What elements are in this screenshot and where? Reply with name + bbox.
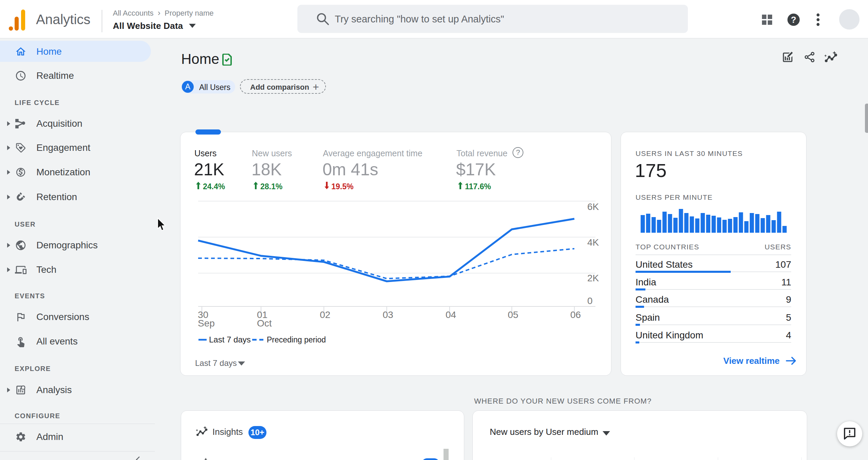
svg-text:02: 02 [320, 309, 330, 320]
svg-text:4K: 4K [587, 237, 599, 248]
svg-text:Last 7 days: Last 7 days [209, 335, 251, 344]
svg-text:11: 11 [781, 277, 791, 287]
svg-text:4: 4 [786, 330, 791, 340]
svg-text:Oct: Oct [257, 318, 272, 329]
svg-text:9: 9 [786, 294, 791, 305]
svg-text:06: 06 [570, 309, 581, 320]
svg-text:107: 107 [775, 259, 791, 270]
svg-text:05: 05 [508, 309, 518, 320]
svg-text:2K: 2K [587, 273, 599, 283]
svg-text:View realtime: View realtime [723, 356, 780, 366]
svg-text:Sep: Sep [198, 318, 215, 329]
svg-text:Spain: Spain [636, 312, 660, 323]
svg-text:04: 04 [446, 309, 456, 320]
svg-text:India: India [636, 277, 656, 287]
svg-text:USERS: USERS [765, 243, 791, 251]
svg-text:0: 0 [587, 296, 593, 306]
svg-text:6K: 6K [587, 201, 599, 212]
svg-text:United States: United States [636, 259, 693, 270]
svg-text:Canada: Canada [636, 294, 669, 305]
svg-text:5: 5 [786, 312, 791, 323]
svg-text:United Kingdom: United Kingdom [636, 330, 703, 340]
svg-text:Preceding period: Preceding period [267, 335, 326, 344]
svg-text:03: 03 [383, 309, 393, 320]
svg-text:Last 7 days: Last 7 days [195, 358, 237, 368]
svg-text:TOP COUNTRIES: TOP COUNTRIES [636, 243, 699, 251]
